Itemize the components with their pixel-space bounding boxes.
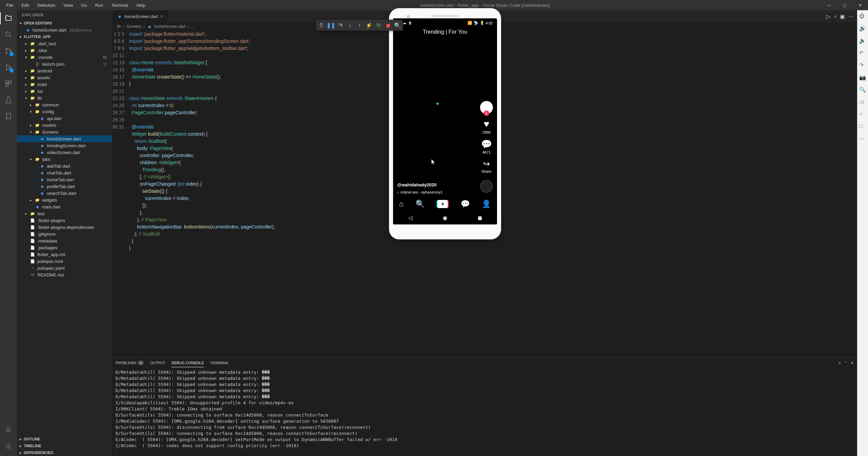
- menu-edit[interactable]: Edit: [18, 1, 32, 9]
- tree-item-flutter_app-iml[interactable]: 📄flutter_app.iml: [17, 251, 112, 258]
- music-info[interactable]: ♪orijinal ses - ayhanersoy1: [397, 190, 443, 194]
- tree-item--metadata[interactable]: 📄.metadata: [17, 237, 112, 244]
- music-disc[interactable]: [480, 180, 493, 193]
- tree-item--idea[interactable]: ▸📁.idea: [17, 47, 112, 54]
- menu-help[interactable]: Help: [133, 1, 149, 9]
- tree-item-assets[interactable]: ▸📁assets: [17, 74, 112, 81]
- sys-recent-icon[interactable]: ◼: [478, 215, 482, 221]
- tree-item-pubspec-lock[interactable]: 📄pubspec.lock: [17, 258, 112, 265]
- step-into-icon[interactable]: ↓: [346, 21, 354, 29]
- tree-item-ios[interactable]: ▸📁ios: [17, 88, 112, 95]
- tree-item-test[interactable]: ▸📁test: [17, 210, 112, 217]
- tree-item-api-dart[interactable]: ◆api.dart: [17, 115, 112, 122]
- menu-file[interactable]: File: [3, 1, 17, 9]
- power-icon[interactable]: ⏻: [859, 13, 866, 20]
- rotate-left-icon[interactable]: ↶: [859, 50, 866, 56]
- menu-run[interactable]: Run: [92, 1, 107, 9]
- debug-toolbar[interactable]: ⠿ ❚❚ ↷ ↓ ↑ ⚡ ↻ ◼ 🔍: [316, 20, 403, 31]
- word-wrap-icon[interactable]: ≡: [839, 361, 841, 365]
- source-control-icon[interactable]: 1: [4, 46, 13, 56]
- run-debug-icon[interactable]: 1: [4, 63, 13, 72]
- project-header[interactable]: ▾FLUTTER_APP: [17, 33, 112, 40]
- comment-action[interactable]: 💬 4671: [481, 139, 492, 154]
- open-editors-header[interactable]: ▾OPEN EDITORS: [17, 20, 112, 27]
- open-editor-item[interactable]: ◆ homeScreen.dart lib\Screens: [17, 27, 112, 33]
- volume-down-icon[interactable]: 🔉: [859, 37, 866, 44]
- tree-item-profileTab-dart[interactable]: ◆profileTab.dart: [17, 183, 112, 190]
- search-icon[interactable]: [4, 30, 13, 39]
- nav-profile-icon[interactable]: 👤: [482, 200, 491, 208]
- stop-icon[interactable]: ◼: [384, 21, 392, 29]
- overview-icon[interactable]: □: [859, 123, 866, 130]
- tree-item-homeScreen-dart[interactable]: ◆homeScreen.dart: [17, 135, 112, 142]
- tree-item-android[interactable]: ▸📁android: [17, 67, 112, 74]
- menu-terminal[interactable]: Terminal: [108, 1, 131, 9]
- tab-homescreen[interactable]: ◆ homeScreen.dart ×: [112, 10, 168, 22]
- outline-header[interactable]: ▸OUTLINE: [17, 436, 112, 442]
- nav-search-icon[interactable]: 🔍: [415, 200, 425, 208]
- hot-reload-icon[interactable]: ⚡: [365, 21, 373, 29]
- phone-screen[interactable]: ⚙ ☁ 🗑 📶 📡 🔋 4:02 Trending | For You +: [393, 18, 497, 224]
- collapse-panel-icon[interactable]: ⌃: [844, 361, 847, 365]
- split-editor-icon[interactable]: ⫞: [834, 13, 836, 19]
- restart-icon[interactable]: ↻: [374, 21, 383, 29]
- menu-selection[interactable]: Selection: [34, 1, 58, 9]
- inspector-icon[interactable]: 🔍: [393, 21, 402, 29]
- tab-close-icon[interactable]: ×: [160, 14, 163, 19]
- like-action[interactable]: ♥ 196K: [482, 119, 491, 134]
- sys-back-icon[interactable]: ◁: [408, 215, 412, 221]
- tree-item--gitignore[interactable]: 📄.gitignore: [17, 231, 112, 237]
- tree-item-chatTab-dart[interactable]: ◆chatTab.dart: [17, 169, 112, 176]
- tree-item-config[interactable]: ▾📁config: [17, 108, 112, 115]
- tree-item--flutter-plugins[interactable]: 📄.flutter-plugins: [17, 217, 112, 224]
- menu-view[interactable]: View: [60, 1, 76, 9]
- tree-item-main-dart[interactable]: ◆main.dart: [17, 203, 112, 210]
- account-icon[interactable]: [4, 425, 13, 435]
- tree-item--vscode[interactable]: ▾📁.vscodeM: [17, 54, 112, 61]
- nav-add-button[interactable]: +: [437, 200, 449, 208]
- close-panel-icon[interactable]: ✕: [851, 361, 854, 365]
- panel-tab-debug-console[interactable]: DEBUG CONSOLE: [172, 359, 204, 367]
- follow-plus-icon[interactable]: +: [484, 111, 489, 116]
- step-out-icon[interactable]: ↑: [355, 21, 364, 29]
- extensions-icon[interactable]: [4, 79, 13, 88]
- pause-icon[interactable]: ❚❚: [327, 21, 335, 29]
- timeline-header[interactable]: ▸TIMELINE: [17, 442, 112, 449]
- debug-console-prompt[interactable]: ›: [112, 449, 857, 456]
- app-title[interactable]: Trending | For You: [393, 28, 497, 36]
- tree-item-lib[interactable]: ▾📁lib: [17, 95, 112, 101]
- close-button[interactable]: ✕: [852, 0, 868, 10]
- menu-go[interactable]: Go: [78, 1, 90, 9]
- maximize-button[interactable]: ◻: [837, 0, 852, 10]
- tree-item-addTab-dart[interactable]: ◆addTab.dart: [17, 163, 112, 169]
- tree-item--packages[interactable]: 📄.packages: [17, 244, 112, 251]
- panel-tab-output[interactable]: OUTPUT: [150, 359, 165, 367]
- tree-item-tabs[interactable]: ▾📁tabs: [17, 156, 112, 163]
- layout-icon[interactable]: ▣: [840, 13, 845, 20]
- panel-tab-problems[interactable]: PROBLEMS3: [116, 359, 144, 367]
- tree-item-Screens[interactable]: ▾📁Screens: [17, 129, 112, 135]
- nav-home-icon[interactable]: ⌂: [399, 200, 404, 208]
- tree-item-common[interactable]: ▸📁common: [17, 101, 112, 108]
- tree-item--flutter-plugins-dependencies[interactable]: 📄.flutter-plugins-dependencies: [17, 224, 112, 231]
- tree-item-README-md[interactable]: MREADME.md: [17, 271, 112, 278]
- back-icon[interactable]: ◁: [859, 99, 866, 105]
- more-icon[interactable]: ⋯: [848, 13, 854, 20]
- tree-item-trendingScreen-dart[interactable]: ◆trendingScreen.dart: [17, 142, 112, 149]
- zoom-icon[interactable]: 🔍: [859, 86, 866, 93]
- username[interactable]: @wahidahady2020: [397, 182, 443, 187]
- run-file-icon[interactable]: ▷: [826, 13, 830, 20]
- bookmark-icon[interactable]: [4, 112, 13, 121]
- video-content[interactable]: + ♥ 196K 💬 4671 ↪ Share: [393, 36, 497, 197]
- screenshot-icon[interactable]: 📷: [859, 74, 866, 81]
- sys-home-icon[interactable]: ◉: [443, 215, 447, 221]
- tree-item-build[interactable]: ▸📁build: [17, 81, 112, 88]
- tree-item-models[interactable]: ▸📁models: [17, 122, 112, 129]
- step-over-icon[interactable]: ↷: [336, 21, 344, 29]
- explorer-icon[interactable]: [4, 14, 13, 23]
- minimap[interactable]: [838, 31, 857, 357]
- settings-icon[interactable]: [4, 442, 13, 451]
- tree-item-widgets[interactable]: ▸📁widgets: [17, 197, 112, 203]
- share-action[interactable]: ↪ Share: [481, 159, 491, 173]
- tree-item-homeTab-dart[interactable]: ◆homeTab.dart: [17, 176, 112, 183]
